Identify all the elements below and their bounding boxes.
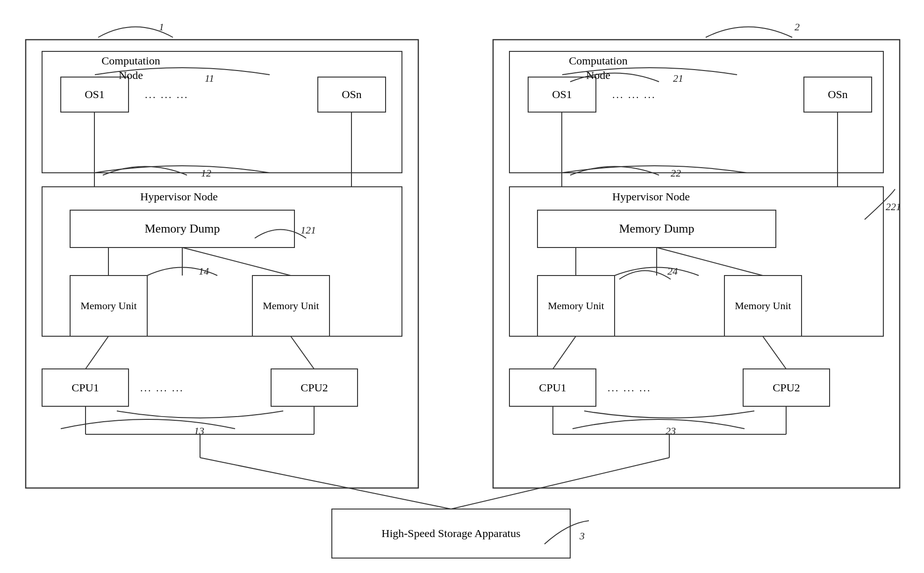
svg-line-44 [451, 458, 669, 509]
node1-dump-brace [252, 217, 313, 241]
node2-memory-dump-label: Memory Dump [537, 210, 776, 248]
node2-osn-label: OSn [828, 88, 848, 101]
node2-cpu2-box: CPU2 [743, 369, 830, 406]
svg-line-27 [291, 336, 314, 369]
storage-brace [542, 518, 594, 546]
node1-cpu2-label: CPU2 [301, 382, 328, 394]
node2-memory-unit2-box: Memory Unit [724, 276, 802, 336]
node1-cpu-brace2 [58, 405, 243, 431]
node1-cn-ref: 11 [205, 72, 214, 85]
svg-line-43 [200, 458, 451, 509]
node2-cn-ref: 21 [673, 72, 683, 85]
svg-line-26 [86, 336, 108, 369]
storage-box: High-Speed Storage Apparatus [332, 509, 570, 558]
node1-os1-box: OS1 [61, 77, 129, 112]
node1-osn-box: OSn [318, 77, 386, 112]
node1-mu2-label: Memory Unit [263, 299, 319, 313]
node2-mu-brace [617, 258, 678, 282]
node1-cpu-dots: ... ... ... [140, 382, 184, 394]
node2-hypervisor-label: Hypervisor Node [612, 191, 690, 203]
node1-os1-label: OS1 [85, 88, 105, 101]
node1-hypervisor-label: Hypervisor Node [140, 191, 218, 203]
node1-cpu2-box: CPU2 [271, 369, 358, 406]
node2-brace-svg [701, 14, 804, 42]
node2-dots: ... ... ... [612, 89, 656, 101]
node1-brace-svg [93, 14, 187, 42]
node2-memory-unit1-box: Memory Unit [537, 276, 615, 336]
node2-hyp-brace [568, 154, 666, 177]
diagram-container: 1 2 Computation Node 11 OS1 ... ... ... … [0, 0, 924, 573]
node1-mu1-label: Memory Unit [80, 299, 136, 313]
node1-cpu1-box: CPU1 [42, 369, 129, 406]
node1-memory-unit1-box: Memory Unit [70, 276, 147, 336]
node2-os1-box: OS1 [528, 77, 596, 112]
node2-cpu-dots: ... ... ... [608, 382, 652, 394]
node1-osn-label: OSn [342, 88, 362, 101]
node2-hyp-brace2 [862, 187, 900, 224]
svg-line-38 [763, 336, 786, 369]
storage-label: High-Speed Storage Apparatus [381, 526, 520, 542]
node1-memory-unit2-box: Memory Unit [252, 276, 329, 336]
node1-hypervisor-ref: 12 [201, 167, 211, 179]
svg-line-37 [553, 336, 576, 369]
node2-mu2-label: Memory Unit [735, 299, 791, 313]
node1-mu-ref: 14 [199, 265, 209, 277]
node2-cpu1-label: CPU1 [539, 382, 566, 394]
node2-cpu-brace [570, 405, 752, 431]
node2-osn-box: OSn [804, 77, 872, 112]
node2-cpu1-box: CPU1 [509, 369, 596, 406]
node2-hypervisor-ref: 22 [671, 167, 681, 179]
node2-os1-label: OS1 [552, 88, 572, 101]
node2-cpu2-label: CPU2 [773, 382, 800, 394]
node1-dots: ... ... ... [145, 89, 189, 101]
node1-cpu1-label: CPU1 [72, 382, 99, 394]
node1-hyp-brace [100, 154, 194, 177]
node2-mu1-label: Memory Unit [548, 299, 604, 313]
